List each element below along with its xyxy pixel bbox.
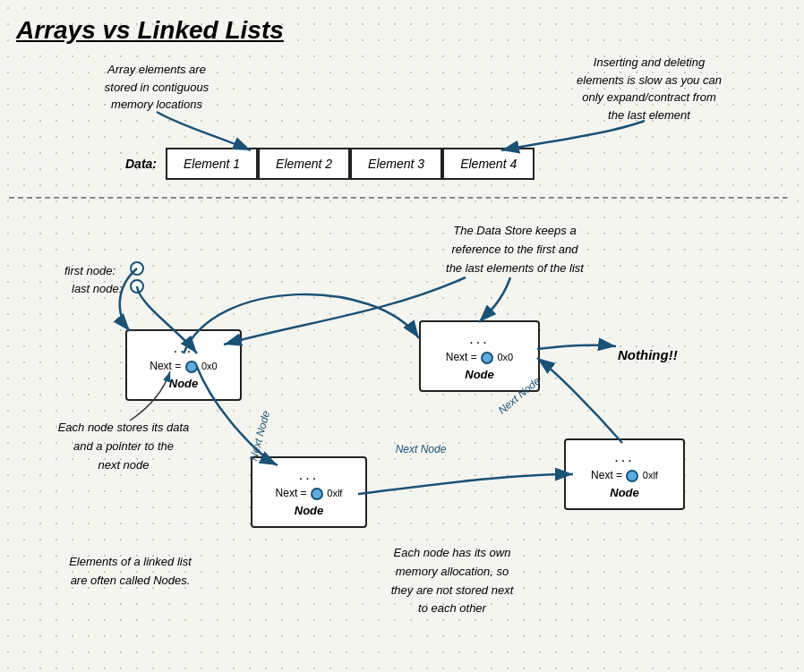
note-inserting: Inserting and deleting elements is slow … [555, 54, 743, 123]
last-node-label: last node: [72, 282, 122, 295]
node2-ptr-val: 0x0 [497, 352, 513, 362]
array-cells: Element 1 Element 2 Element 3 Element 4 [166, 148, 535, 180]
arrow-node4-node2 [537, 358, 622, 443]
node2-ptr-circle [481, 352, 493, 364]
first-node-label: first node: [64, 264, 115, 277]
node4-label: Node [580, 486, 669, 499]
node1-ptr-val: 0x0 [201, 361, 218, 371]
arrow-datastore-node2 [479, 277, 510, 322]
node1-ptr-circle [185, 361, 198, 373]
node1-next: Next = 0x0 [141, 360, 226, 373]
note-each-node: Each node stores its data and a pointer … [43, 419, 204, 474]
note-datastore: The Data Store keeps a reference to the … [412, 222, 618, 277]
node1-dots: ... [141, 340, 226, 356]
node4-next: Next = 0xlf [580, 469, 669, 482]
array-cell-3: Element 3 [350, 148, 442, 180]
array-cell-1: Element 1 [166, 148, 258, 180]
note-elements-nodes: Elements of a linked list are often call… [43, 553, 218, 591]
node4-dots: ... [580, 449, 669, 465]
arrow-array-elements [157, 112, 251, 150]
node-3: ... Next = 0xlf Node [251, 456, 367, 528]
page-title: Arrays vs Linked Lists [16, 16, 284, 45]
node2-label: Node [435, 368, 524, 381]
section-divider [9, 197, 788, 200]
node3-next: Next = 0xlf [267, 487, 351, 500]
node3-ptr-circle [311, 488, 323, 500]
arrow-node2-nothing [537, 345, 616, 349]
arrow-inserting [501, 121, 645, 150]
array-data-label: Data: [125, 157, 157, 171]
node3-ptr-val: 0xlf [327, 488, 342, 498]
note-nothing: Nothing!! [618, 347, 678, 362]
node3-dots: ... [267, 467, 351, 483]
arrow-firstnode-node1 [120, 268, 137, 331]
array-row: Data: Element 1 Element 2 Element 3 Elem… [125, 148, 535, 180]
node4-ptr-circle [626, 470, 638, 482]
node-1: ... Next = 0x0 Node [125, 329, 242, 401]
node-2: ... Next = 0x0 Node [419, 320, 540, 392]
array-cell-2: Element 2 [258, 148, 350, 180]
next-node-label-2: Next Node [385, 443, 457, 455]
first-node-ref-circle [130, 261, 144, 276]
node4-ptr-val: 0xlf [643, 470, 658, 481]
node2-dots: ... [435, 331, 524, 347]
arrow-node3-node4 [358, 474, 573, 494]
page: Arrays vs Linked Lists Array elements ar… [0, 0, 804, 672]
node2-next: Next = 0x0 [435, 351, 524, 364]
node3-label: Node [267, 504, 351, 517]
note-own-memory: Each node has its own memory allocation,… [358, 544, 546, 618]
array-cell-4: Element 4 [442, 148, 535, 180]
note-array-elements: Array elements are stored in contiguous … [94, 61, 219, 114]
last-node-ref-circle [130, 279, 144, 293]
node1-label: Node [141, 377, 226, 390]
node-4: ... Next = 0xlf Node [564, 438, 685, 510]
